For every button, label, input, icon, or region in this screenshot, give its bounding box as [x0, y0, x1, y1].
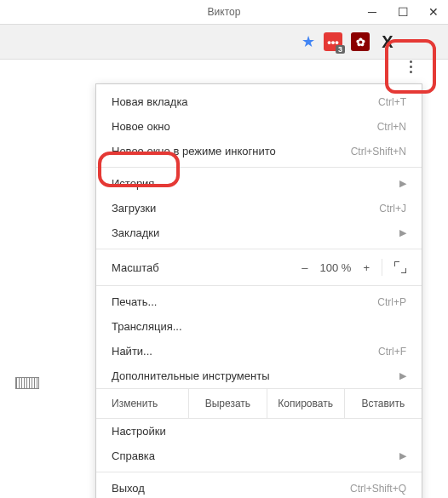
titlebar: Виктор ─ ☐ ✕: [0, 0, 448, 24]
menu-cast[interactable]: Трансляция...: [96, 314, 422, 339]
chevron-right-icon: ▶: [399, 370, 406, 381]
menu-bookmarks[interactable]: Закладки▶: [96, 220, 422, 245]
menu-help[interactable]: Справка▶: [96, 444, 422, 468]
edit-label: Изменить: [96, 389, 189, 418]
menu-exit[interactable]: ВыходCtrl+Shift+Q: [96, 476, 422, 498]
toolbar: ★ •••3 ✿ X: [0, 24, 448, 60]
maximize-button[interactable]: ☐: [395, 4, 411, 20]
extension-lastpass-icon[interactable]: •••3: [324, 32, 342, 51]
bookmark-star-icon[interactable]: ★: [302, 32, 315, 51]
menu-downloads[interactable]: ЗагрузкиCtrl+J: [96, 196, 422, 220]
menu-settings[interactable]: Настройки: [96, 419, 422, 444]
history-highlight: [98, 152, 180, 187]
extension-badge: 3: [336, 45, 345, 54]
menu-print[interactable]: Печать...Ctrl+P: [96, 289, 422, 314]
separator: [96, 285, 422, 286]
fullscreen-icon[interactable]: [394, 261, 406, 273]
close-button[interactable]: ✕: [426, 4, 441, 20]
menu-button[interactable]: [401, 57, 420, 76]
menu-button-highlight: [385, 39, 436, 94]
extension-icon[interactable]: ✿: [351, 32, 370, 51]
chevron-right-icon: ▶: [399, 227, 406, 238]
chevron-right-icon: ▶: [399, 178, 406, 189]
keyboard-icon: [15, 377, 39, 389]
menu-edit-row: Изменить Вырезать Копировать Вставить: [96, 388, 422, 419]
chevron-right-icon: ▶: [399, 450, 406, 461]
window-controls: ─ ☐ ✕: [365, 0, 441, 24]
separator: [96, 249, 422, 249]
paste-button[interactable]: Вставить: [345, 389, 422, 418]
menu-zoom: Масштаб – 100 % +: [96, 253, 422, 282]
separator: [382, 259, 382, 276]
window-title: Виктор: [208, 6, 241, 18]
cut-button[interactable]: Вырезать: [189, 389, 267, 418]
menu-more-tools[interactable]: Дополнительные инструменты▶: [96, 363, 422, 388]
separator: [96, 472, 422, 472]
zoom-value: 100 %: [320, 261, 352, 274]
menu-find[interactable]: Найти...Ctrl+F: [96, 339, 422, 363]
copy-button[interactable]: Копировать: [267, 389, 345, 418]
main-menu: Новая вкладкаCtrl+T Новое окноCtrl+N Нов…: [95, 83, 422, 498]
zoom-out-button[interactable]: –: [302, 261, 307, 274]
menu-new-tab[interactable]: Новая вкладкаCtrl+T: [96, 89, 422, 114]
zoom-in-button[interactable]: +: [363, 261, 370, 274]
minimize-button[interactable]: ─: [365, 4, 380, 20]
menu-new-window[interactable]: Новое окноCtrl+N: [96, 114, 422, 139]
